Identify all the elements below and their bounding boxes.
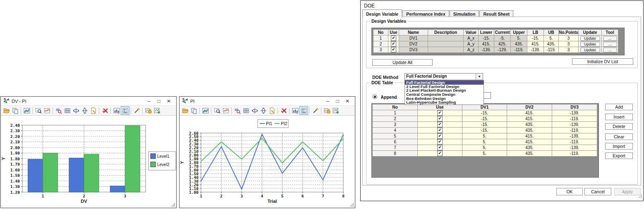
line-chart-icon[interactable] (22, 106, 31, 115)
cell-lb[interactable]: 415. (527, 41, 544, 47)
maximize-button[interactable]: □ (333, 97, 342, 105)
delete-curve-icon[interactable] (279, 106, 288, 115)
rotate-horizontal-icon[interactable] (72, 106, 80, 115)
cell-use[interactable]: ✔ (418, 133, 462, 139)
cell-dv2[interactable]: 435. (507, 122, 552, 128)
update-button[interactable]: Update (580, 48, 600, 52)
cell-ub[interactable]: 435. (544, 41, 559, 47)
copy-icon[interactable] (11, 106, 19, 115)
cell-dv3[interactable]: -119. (552, 116, 597, 122)
edit-page-icon[interactable] (268, 106, 276, 115)
chart-pointer-icon[interactable] (291, 106, 299, 115)
checkbox-icon[interactable]: ✔ (437, 133, 443, 139)
update-all-button[interactable]: Update All (372, 59, 433, 66)
apply-button[interactable]: Apply (614, 188, 641, 195)
cell-dv1[interactable]: -15. (462, 128, 507, 133)
checkbox-icon[interactable]: ✔ (437, 128, 443, 133)
cell-dv1[interactable]: 5. (462, 145, 507, 151)
tool-button[interactable]: ... (603, 42, 617, 47)
maximize-button[interactable]: □ (154, 97, 164, 105)
checkbox-icon[interactable]: ✔ (391, 41, 396, 47)
cell-dv1[interactable]: -15. (462, 116, 507, 122)
initialize-dv-list-button[interactable]: Initialize DV List (572, 58, 633, 65)
dropdown-option[interactable]: Latin-Hypercube Sampling (405, 100, 484, 104)
cell-dv3[interactable]: -139. (552, 145, 597, 151)
chart-lock-icon[interactable] (323, 106, 331, 115)
legend-list-icon[interactable] (121, 106, 129, 115)
delete-curve-icon[interactable] (101, 106, 109, 115)
cell-dv3[interactable]: -119. (552, 139, 597, 145)
cell-use[interactable]: ✔ (418, 110, 462, 116)
minimize-button[interactable]: – (144, 97, 154, 105)
cell-dv2[interactable]: 415. (507, 133, 552, 139)
cell-lb[interactable]: -15. (527, 36, 544, 41)
update-button[interactable]: Update (580, 36, 600, 41)
tab-design-variable[interactable]: Design Variable (362, 10, 402, 17)
cell-dv3[interactable]: -139. (552, 110, 597, 116)
rotate-horizontal-icon[interactable] (250, 106, 259, 115)
cell-dv1[interactable]: -15. (462, 122, 507, 128)
chart-add-icon[interactable] (331, 106, 340, 115)
checkbox-icon[interactable]: ✔ (391, 47, 396, 52)
checkbox-icon[interactable]: ✔ (437, 145, 443, 150)
zoom-region-icon[interactable] (34, 106, 43, 115)
ok-button[interactable]: OK (556, 188, 583, 195)
magic-wand-icon[interactable] (132, 106, 141, 115)
cell-points[interactable]: 3 (559, 41, 579, 47)
cell-dv2[interactable]: 415. (507, 110, 552, 116)
copy-icon[interactable] (189, 106, 198, 115)
zoom-3d-icon[interactable]: 3D (54, 106, 63, 115)
insert-button[interactable]: Insert (605, 114, 633, 120)
tool-button[interactable]: ... (603, 36, 617, 41)
cell-dv3[interactable]: -139. (552, 122, 597, 128)
minimize-button[interactable]: – (323, 97, 333, 105)
clear-button[interactable]: Clear (605, 133, 633, 140)
cell-dv2[interactable]: 435. (507, 145, 552, 151)
cell-use[interactable]: ✔ (418, 151, 462, 157)
rotate-vertical-icon[interactable] (80, 106, 89, 115)
cell-points[interactable]: 3 (559, 47, 579, 53)
cell-dv2[interactable]: 415. (507, 116, 552, 122)
resize-grip[interactable] (171, 203, 175, 207)
cell-ub[interactable]: 5. (544, 36, 559, 41)
cell-dv3[interactable]: -119. (552, 151, 597, 157)
resize-grip[interactable] (350, 203, 354, 207)
cell-dv3[interactable]: -119. (552, 128, 597, 133)
checkbox-icon[interactable]: ✔ (437, 122, 443, 127)
cell-lb[interactable]: -139. (527, 47, 544, 53)
cell-use[interactable]: ✔ (388, 36, 399, 41)
zoom-3d-icon[interactable]: 3D (233, 106, 242, 115)
cell-use[interactable]: ✔ (388, 41, 399, 47)
cell-dv1[interactable]: -15. (462, 110, 507, 116)
cancel-button[interactable]: Cancel (584, 188, 611, 195)
magic-wand-icon[interactable] (311, 106, 320, 115)
chart-lock-icon[interactable] (144, 106, 153, 115)
cell-dv2[interactable]: 435. (507, 128, 552, 133)
cell-dv1[interactable]: 5. (462, 139, 507, 145)
tool-button[interactable]: ... (603, 48, 617, 52)
checkbox-icon[interactable]: ✔ (437, 116, 443, 121)
window-titlebar[interactable]: DV - PI – □ ✕ (1, 97, 176, 105)
cell-dv2[interactable]: 415. (507, 139, 552, 145)
delete-button[interactable]: Delete (605, 123, 633, 130)
update-button[interactable]: Update (580, 42, 600, 47)
open-file-icon[interactable] (2, 106, 11, 115)
curve-region-icon[interactable] (221, 106, 230, 115)
close-button[interactable]: ✕ (342, 97, 352, 105)
open-file-icon[interactable] (181, 106, 189, 115)
cell-dv2[interactable]: 435. (507, 151, 552, 157)
export-button[interactable]: Export (605, 152, 633, 159)
append-radio[interactable] (373, 95, 377, 99)
chart-add-icon[interactable] (153, 106, 161, 115)
chevron-down-icon[interactable]: ▼ (476, 74, 483, 80)
doe-method-combobox[interactable]: Full Factorial Design ▼ (405, 73, 483, 80)
rotate-vertical-icon[interactable] (259, 106, 268, 115)
edit-page-icon[interactable] (89, 106, 98, 115)
cell-dv1[interactable]: 5. (462, 133, 507, 139)
close-button[interactable]: ✕ (164, 97, 174, 105)
film-strip-icon[interactable] (242, 106, 250, 115)
checkbox-icon[interactable]: ✔ (437, 151, 443, 156)
cell-ub[interactable]: -119. (544, 47, 559, 53)
curve-region-icon[interactable] (43, 106, 51, 115)
cell-use[interactable]: ✔ (388, 47, 399, 53)
